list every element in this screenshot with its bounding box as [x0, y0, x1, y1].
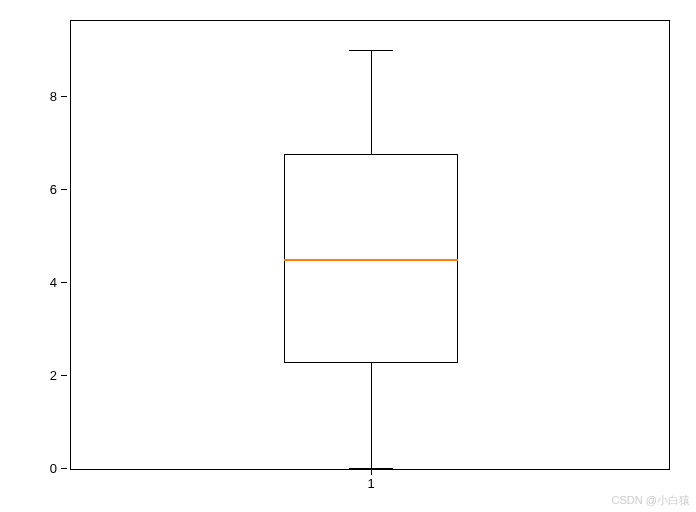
- y-tick-label: 6: [41, 182, 57, 197]
- y-tick-label: 4: [41, 275, 57, 290]
- y-tick-label: 8: [41, 89, 57, 104]
- y-tick-label: 0: [41, 461, 57, 476]
- upper-cap: [349, 50, 393, 51]
- lower-cap: [349, 468, 393, 469]
- x-tick: [371, 469, 372, 475]
- median-line: [284, 259, 458, 261]
- upper-whisker: [371, 50, 372, 154]
- x-tick-label: 1: [367, 476, 374, 491]
- y-tick: [61, 189, 67, 190]
- y-tick: [61, 96, 67, 97]
- y-tick-label: 2: [41, 368, 57, 383]
- y-tick: [61, 468, 67, 469]
- lower-whisker: [371, 363, 372, 468]
- watermark-text: CSDN @小白猿: [612, 493, 690, 508]
- y-tick: [61, 375, 67, 376]
- plot-area: 0 2 4 6 8 1: [70, 20, 670, 470]
- y-tick: [61, 282, 67, 283]
